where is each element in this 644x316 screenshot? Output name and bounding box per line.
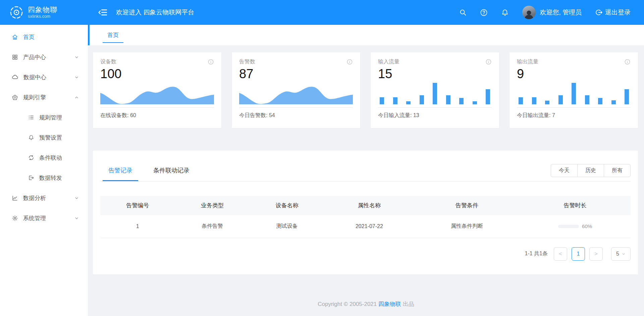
logo: 四象物聯 sxlinks.com: [0, 5, 88, 19]
copyright-footer: Copyright © 2005-2021 四象物联 出品: [88, 300, 644, 308]
copyright-text: Copyright © 2005-2021: [318, 301, 377, 307]
card-value: 100: [100, 67, 214, 82]
stat-cards-row: 设备数 100 在线设备数: 60 告警数: [88, 45, 644, 128]
sidebar-item-data-analysis[interactable]: 数据分析: [0, 188, 88, 208]
sidebar-item-label: 规则管理: [39, 114, 62, 121]
user-menu[interactable]: 欢迎您, 管理员: [522, 6, 582, 19]
card-title: 输出流量: [517, 58, 538, 65]
logout-button[interactable]: 退出登录: [595, 8, 631, 17]
card-value: 9: [517, 67, 631, 82]
page-size-select[interactable]: 5: [611, 247, 631, 261]
sidebar-item-rule-engine[interactable]: 规则引擎: [0, 87, 88, 107]
sidebar-item-label: 产品中心: [23, 53, 46, 61]
sidebar-item-alert-settings[interactable]: 预警设置: [0, 127, 88, 148]
pagination: 1-1 共1条 < 1 > 5: [100, 247, 631, 261]
sidebar-item-label: 数据中心: [23, 73, 46, 81]
card-value: 15: [378, 67, 492, 82]
time-filter-group: 今天 历史 所有: [551, 164, 631, 177]
chevron-up-icon: [74, 95, 79, 100]
info-icon[interactable]: [485, 59, 492, 65]
cell-alarm-id: 1: [100, 215, 175, 238]
card-title: 设备数: [100, 58, 116, 65]
components-grid-icon: [12, 54, 18, 60]
sidebar: 首页 产品中心 数据中心: [0, 25, 88, 316]
card-title: 输入流量: [378, 58, 399, 65]
sidebar-item-data-center[interactable]: 数据中心: [0, 67, 88, 87]
tab-alarm-records[interactable]: 告警记录: [108, 166, 133, 181]
card-title: 告警数: [239, 58, 255, 65]
pagination-summary: 1-1 共1条: [525, 250, 548, 257]
info-icon[interactable]: [624, 59, 631, 65]
table-header-row: 告警编号 业务类型 设备名称 属性名称 告警条件 告警时长: [100, 196, 631, 215]
cell-attribute-name: 2021-07-22: [324, 215, 414, 238]
tab-condition-linkage-records[interactable]: 条件联动记录: [153, 166, 190, 181]
search-icon[interactable]: [459, 9, 467, 16]
card-footer-label: 今日告警数:: [239, 112, 267, 118]
chevron-down-icon: [74, 55, 79, 60]
card-footer-label: 在线设备数:: [100, 112, 128, 118]
main-content: 首页 设备数 100 在线设备数: 60: [88, 25, 644, 316]
sidebar-item-label: 系统管理: [23, 214, 46, 222]
bar-chart: [378, 83, 492, 104]
sidebar-item-label: 条件联动: [39, 154, 62, 162]
home-icon: [12, 34, 18, 40]
cloud-icon: [12, 74, 18, 81]
card-footer-value: 54: [269, 112, 275, 118]
filter-today-button[interactable]: 今天: [551, 164, 578, 177]
bar-chart: [517, 83, 631, 104]
duration-progress: 60%: [558, 223, 592, 229]
help-icon[interactable]: [480, 9, 488, 16]
col-alarm-id: 告警编号: [100, 196, 175, 215]
duration-label: 60%: [582, 223, 592, 229]
sidebar-item-label: 数据转发: [39, 174, 62, 182]
alarm-records-table: 告警编号 业务类型 设备名称 属性名称 告警条件 告警时长 1 条件告警 测试设…: [100, 196, 631, 238]
sidebar-item-home[interactable]: 首页: [0, 27, 88, 47]
copyright-suffix: 出品: [403, 301, 414, 307]
export-icon: [28, 175, 34, 181]
area-chart: [100, 83, 214, 104]
chevron-down-icon: [74, 216, 79, 221]
info-icon[interactable]: [208, 59, 214, 65]
cell-business-type: 条件告警: [175, 215, 250, 238]
page-1-button[interactable]: 1: [572, 247, 585, 261]
col-alarm-condition: 告警条件: [414, 196, 520, 215]
refresh-icon: [28, 155, 34, 161]
area-chart: [239, 83, 353, 104]
gear-icon: [12, 215, 18, 221]
filter-history-button[interactable]: 历史: [577, 164, 604, 177]
tab-home[interactable]: 首页: [103, 25, 123, 45]
sidebar-item-condition-linkage[interactable]: 条件联动: [0, 148, 88, 168]
card-value: 87: [239, 67, 353, 82]
card-footer-label: 今日输出流量:: [517, 112, 550, 118]
list-icon: [28, 114, 34, 120]
stat-card-input-flow: 输入流量 15 今日输入流量: 13: [371, 52, 499, 128]
card-footer-label: 今日输入流量:: [378, 112, 412, 118]
stat-card-devices: 设备数 100 在线设备数: 60: [93, 52, 221, 128]
logo-icon: [9, 5, 23, 19]
brand-link[interactable]: 四象物联: [378, 301, 401, 307]
logout-icon: [595, 9, 602, 16]
sidebar-item-product-center[interactable]: 产品中心: [0, 47, 88, 67]
pentagon-rule-icon: [12, 94, 18, 101]
notification-bell-icon[interactable]: [501, 9, 509, 16]
prev-page-button[interactable]: <: [554, 247, 567, 261]
logo-title: 四象物聯: [28, 6, 57, 14]
sidebar-item-rule-management[interactable]: 规则管理: [0, 107, 88, 127]
chevron-down-icon: [622, 252, 626, 256]
sidebar-item-system-management[interactable]: 系统管理: [0, 208, 88, 228]
table-row: 1 条件告警 测试设备 2021-07-22 属性条件判断 60%: [100, 215, 631, 238]
cell-alarm-condition: 属性条件判断: [414, 215, 520, 238]
menu-fold-icon[interactable]: [98, 8, 107, 16]
app-header: 四象物聯 sxlinks.com 欢迎进入 四象云物联网平台: [0, 0, 644, 25]
col-business-type: 业务类型: [175, 196, 250, 215]
cell-device-name: 测试设备: [250, 215, 324, 238]
welcome-text: 欢迎进入 四象云物联网平台: [116, 8, 194, 17]
sidebar-item-label: 规则引擎: [23, 94, 46, 101]
sidebar-item-data-forwarding[interactable]: 数据转发: [0, 168, 88, 188]
sidebar-item-label: 数据分析: [23, 194, 46, 202]
filter-all-button[interactable]: 所有: [604, 164, 631, 177]
next-page-button[interactable]: >: [589, 247, 603, 261]
info-icon[interactable]: [346, 59, 353, 65]
avatar[interactable]: [522, 6, 536, 19]
user-greeting: 欢迎您, 管理员: [540, 8, 582, 17]
